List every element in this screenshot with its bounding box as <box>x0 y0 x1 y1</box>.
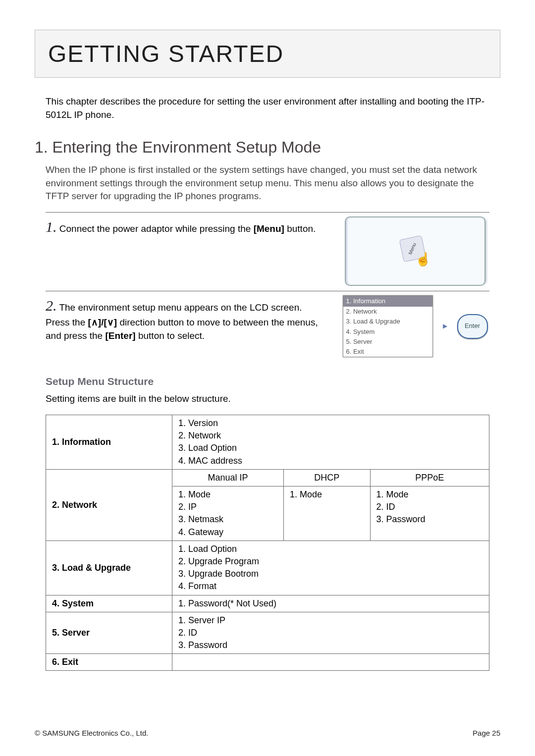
footer-page-number: Page 25 <box>473 728 500 738</box>
row-head-exit: 6. Exit <box>46 654 172 671</box>
chapter-title: GETTING STARTED <box>48 37 487 70</box>
row-head-system: 4. System <box>46 595 172 612</box>
table-row: 2. Network Manual IP DHCP PPPoE <box>46 469 489 486</box>
cell: 1. Server IP 2. ID 3. Password <box>172 612 489 654</box>
cell-dhcp-body: 1. Mode <box>283 486 370 541</box>
step-1-bold: [Menu] <box>254 223 284 234</box>
step-2: 2. The environment setup menu appears on… <box>35 291 500 362</box>
play-triangle-icon: ▶ <box>443 322 447 330</box>
lcd-item-selected: 1. Information <box>343 296 432 307</box>
table-row: 5. Server 1. Server IP 2. ID 3. Password <box>46 612 489 654</box>
row-head-load-upgrade: 3. Load & Upgrade <box>46 540 172 595</box>
lcd-item: 6. Exit <box>343 347 432 357</box>
step-number: 2. <box>46 297 57 314</box>
table-row: 1. Information 1. Version 2. Network 3. … <box>46 415 489 470</box>
table-row: 4. System 1. Password(* Not Used) <box>46 595 489 612</box>
chapter-title-box: GETTING STARTED <box>35 30 500 78</box>
step-2-enter-bold: [Enter] <box>105 330 135 341</box>
sub-heading: Setup Menu Structure <box>46 374 489 388</box>
step-1-illustration: Menu ☝ <box>341 216 489 286</box>
direction-buttons-icon: [∧]/[∨] <box>88 317 117 327</box>
step-2-text: 2. The environment setup menu appears on… <box>46 295 341 342</box>
step-1-text-b: button. <box>284 223 316 234</box>
lcd-item: 4. System <box>343 327 432 337</box>
cell: 1. Password(* Not Used) <box>172 595 489 612</box>
step-2-line2a: Press the <box>46 317 88 327</box>
step-1-text: 1. Connect the power adaptor while press… <box>46 216 341 237</box>
hand-press-icon: ☝ <box>415 250 431 268</box>
cell-pppoe-body: 1. Mode 2. ID 3. Password <box>370 486 489 541</box>
cell-manualip-body: 1. Mode 2. IP 3. Netmask 4. Gateway <box>172 486 284 541</box>
menu-button-drawing: Menu ☝ <box>400 236 430 266</box>
lcd-screen: 1. Information 2. Network 3. Load & Upgr… <box>343 295 433 357</box>
cell-manualip-head: Manual IP <box>172 469 284 486</box>
cell: 1. Version 2. Network 3. Load Option 4. … <box>172 415 489 470</box>
step-2-text-a: The environment setup menu appears on th… <box>59 302 302 313</box>
table-row: 6. Exit <box>46 654 489 671</box>
lcd-item: 5. Server <box>343 337 432 347</box>
chapter-intro: This chapter describes the procedure for… <box>35 95 500 121</box>
section-title: 1. Entering the Environment Setup Mode <box>35 136 500 159</box>
footer-copyright: © SAMSUNG Electronics Co., Ltd. <box>35 728 148 738</box>
phone-frame: Menu ☝ <box>345 216 485 286</box>
lcd-item: 3. Load & Upgrade <box>343 317 432 326</box>
table-row: 3. Load & Upgrade 1. Load Option 2. Upgr… <box>46 540 489 595</box>
menu-structure-table: 1. Information 1. Version 2. Network 3. … <box>46 415 489 671</box>
cell <box>172 654 489 671</box>
step-1: 1. Connect the power adaptor while press… <box>35 213 500 291</box>
cell-dhcp-head: DHCP <box>283 469 370 486</box>
row-head-information: 1. Information <box>46 415 172 470</box>
step-number: 1. <box>46 218 57 235</box>
cell: 1. Load Option 2. Upgrade Program 3. Upg… <box>172 540 489 595</box>
step-1-text-a: Connect the power adaptor while pressing… <box>59 223 254 234</box>
row-head-server: 5. Server <box>46 612 172 654</box>
lcd-item: 2. Network <box>343 307 432 317</box>
cell-pppoe-head: PPPoE <box>370 469 489 486</box>
step-2-line2c: button to select. <box>136 330 205 341</box>
section-description: When the IP phone is first installed or … <box>35 163 500 203</box>
row-head-network: 2. Network <box>46 469 172 540</box>
page-footer: © SAMSUNG Electronics Co., Ltd. Page 25 <box>35 728 500 738</box>
enter-button-icon: Enter <box>457 314 488 339</box>
step-2-illustration: 1. Information 2. Network 3. Load & Upgr… <box>341 295 489 357</box>
sub-description: Setting items are built in the below str… <box>35 392 500 406</box>
